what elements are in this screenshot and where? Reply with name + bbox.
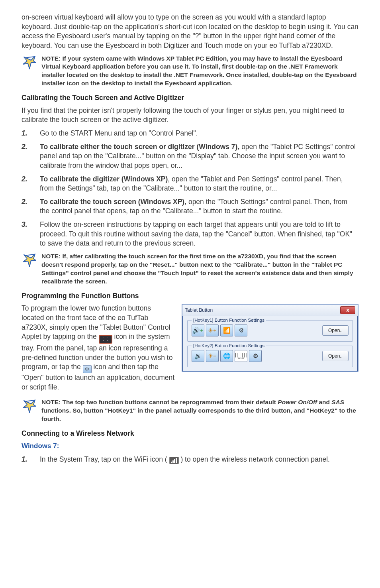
calibrate-steps: 1. Go to the START Menu and tap on "Cont… — [22, 129, 358, 248]
step-item: 2. To calibrate the touch screen (Window… — [22, 197, 358, 216]
open-button[interactable]: Open.. — [322, 351, 349, 361]
intro-paragraph: on-screen virtual keyboard will allow yo… — [22, 13, 358, 51]
step-item: 2. To calibrate either the touch screen … — [22, 142, 358, 171]
tray-icon: ⋮⋮ — [99, 335, 112, 344]
note-text: NOTE: The top two function buttons canno… — [41, 398, 358, 423]
barcode-digits: 34321 — [238, 357, 245, 360]
icon-strip: 🔊+ ☀+ 📶 ⚙ — [192, 324, 247, 336]
gear-icon[interactable]: ⚙ — [249, 350, 262, 362]
text-part: Power On/Off — [278, 399, 317, 405]
heading-programming: Programming the Function Buttons — [22, 291, 358, 301]
step-number: 1. — [22, 455, 31, 464]
tablet-button-panel: Tablet Button x [HotKey1] Button Functio… — [182, 304, 358, 372]
step-number: 2. — [22, 142, 31, 152]
volume-down-icon[interactable]: 🔉 — [192, 350, 204, 362]
text-part: In the System Tray, tap on the WiFi icon… — [40, 455, 167, 463]
close-icon[interactable]: x — [340, 306, 355, 314]
heading-calibrating: Calibrating the Touch Screen and Active … — [22, 93, 358, 103]
step-item: 2. To calibrate the digitizer (Windows X… — [22, 175, 358, 193]
barcode-icon[interactable]: |||||| 34321 — [235, 350, 247, 362]
globe-icon[interactable]: 🌐 — [220, 350, 233, 362]
note-hotkeys: NOTE: The top two function buttons canno… — [22, 398, 358, 423]
step-number: 1. — [22, 129, 31, 138]
volume-up-icon[interactable]: 🔊+ — [192, 324, 204, 336]
brightness-down-icon[interactable]: ☀− — [206, 350, 219, 362]
text-part: NOTE: The top two function buttons canno… — [41, 399, 278, 405]
text-part: SAS — [331, 399, 344, 405]
calibrate-intro: If you find that the pointer isn't prope… — [22, 106, 358, 125]
step-body-text: Go to the START Menu and tap on "Control… — [40, 129, 198, 137]
wifi-bars-icon — [169, 457, 179, 464]
windows7-label: Windows 7: — [22, 442, 358, 451]
text-part: ) to open the wireless network connectio… — [180, 455, 330, 463]
step-number: 3. — [22, 220, 31, 230]
step-lead: To calibrate either the touch screen or … — [40, 143, 239, 151]
programming-text: To program the lower two function button… — [22, 304, 175, 392]
step-item: 1. In the System Tray, tap on the WiFi i… — [22, 455, 358, 464]
brightness-up-icon[interactable]: ☀+ — [206, 324, 219, 336]
hotkey1-group: [HotKey1] Button Function Settings 🔊+ ☀+… — [187, 320, 353, 342]
step-item: 3. Follow the on-screen instructions by … — [22, 220, 358, 248]
note-reset: NOTE: If, after calibrating the touch sc… — [22, 252, 358, 286]
panel-titlebar: Tablet Button x — [182, 305, 358, 316]
panel-title: Tablet Button — [185, 307, 213, 313]
group-label: [HotKey1] Button Function Settings — [192, 317, 266, 324]
note-text: NOTE: If your system came with Windows X… — [41, 55, 358, 88]
wireless-steps: 1. In the System Tray, tap on the WiFi i… — [22, 455, 358, 464]
gear-icon[interactable]: ⚙ — [235, 324, 247, 336]
step-number: 2. — [22, 175, 31, 184]
step-item: 1. Go to the START Menu and tap on "Cont… — [22, 129, 358, 138]
text-part: and — [317, 399, 331, 405]
note-text: NOTE: If, after calibrating the touch sc… — [41, 252, 358, 286]
programming-section: To program the lower two function button… — [22, 304, 358, 396]
group-label: [HotKey2] Button Function Settings — [192, 343, 266, 349]
step-lead: To calibrate the touch screen (Windows X… — [40, 198, 186, 206]
text-part: functions. So, button "HotKey1" in the p… — [41, 407, 356, 422]
note-icon — [22, 55, 37, 71]
hotkey2-group: [HotKey2] Button Function Settings 🔉 ☀− … — [187, 346, 353, 367]
icon-strip: 🔉 ☀− 🌐 |||||| 34321 ⚙ — [192, 350, 262, 362]
gear-icon: ⚙ — [83, 365, 92, 373]
heading-wireless: Connecting to a Wireless Network — [22, 429, 358, 439]
step-lead: To calibrate the digitizer (Windows XP) — [40, 175, 168, 183]
note-icon — [22, 398, 37, 414]
note-icon — [22, 252, 37, 268]
wifi-icon[interactable]: 📶 — [220, 324, 233, 336]
note-eyesboard: NOTE: If your system came with Windows X… — [22, 55, 358, 88]
step-body-text: Follow the on-screen instructions by tap… — [40, 220, 352, 247]
open-button[interactable]: Open.. — [322, 325, 349, 336]
step-number: 2. — [22, 197, 31, 207]
